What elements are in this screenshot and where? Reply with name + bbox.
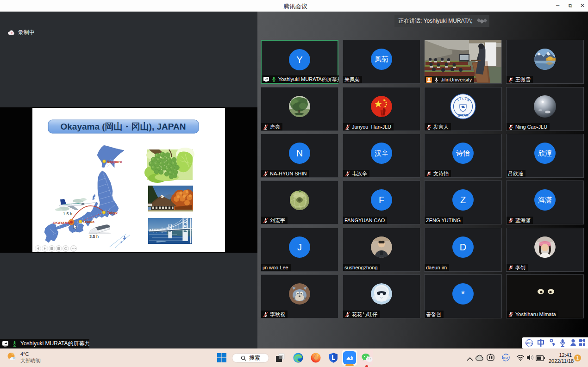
svg-text:iFLY: iFLY	[526, 342, 532, 345]
svg-text:OKAYAMA: OKAYAMA	[53, 221, 70, 225]
svg-text:3.5 h: 3.5 h	[89, 234, 99, 239]
svg-text:iFLY: iFLY	[503, 356, 509, 359]
svg-text:1.5 h: 1.5 h	[63, 211, 72, 216]
svg-text:Osaka: Osaka	[83, 220, 95, 224]
svg-text:Okayama (岡山・冈山), JAPAN: Okayama (岡山・冈山), JAPAN	[61, 122, 186, 131]
svg-text:Sapporo: Sapporo	[107, 160, 122, 164]
svg-text:L: L	[462, 97, 464, 100]
svg-text:Tokyo: Tokyo	[107, 211, 118, 215]
svg-text:吉林大学: 吉林大学	[457, 113, 469, 117]
